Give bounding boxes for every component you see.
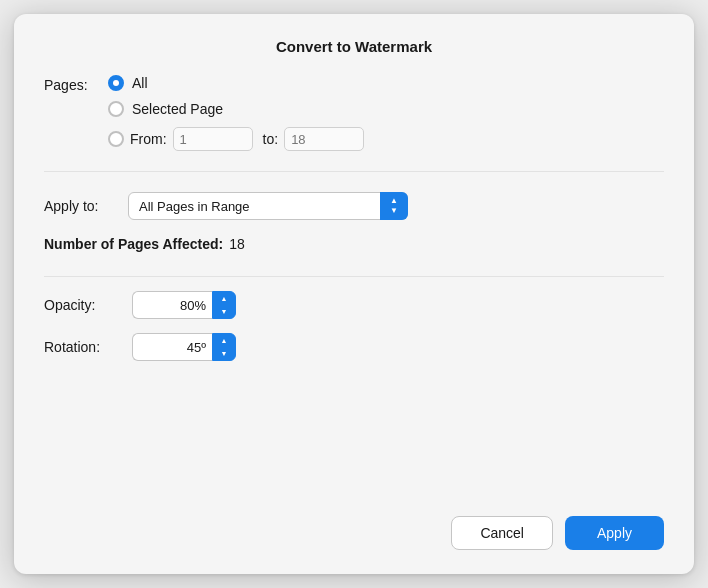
divider-2 — [44, 276, 664, 277]
divider-1 — [44, 171, 664, 172]
opacity-up-button[interactable]: ▲ — [213, 292, 235, 305]
rotation-label: Rotation: — [44, 339, 120, 355]
affected-value: 18 — [229, 236, 245, 252]
radio-selected-label: Selected Page — [132, 101, 223, 117]
pages-label: Pages: — [44, 75, 108, 151]
opacity-label: Opacity: — [44, 297, 120, 313]
convert-to-watermark-dialog: Convert to Watermark Pages: All Selected… — [14, 14, 694, 574]
apply-button[interactable]: Apply — [565, 516, 664, 550]
apply-to-select[interactable]: All Pages in Range Even Pages Only Odd P… — [128, 192, 408, 220]
radio-group: All Selected Page From: to: — [108, 75, 364, 151]
rotation-spinner-buttons[interactable]: ▲ ▼ — [212, 333, 236, 361]
radio-row-range: From: to: — [108, 127, 364, 151]
radio-all-label: All — [132, 75, 148, 91]
radio-row-all: All — [108, 75, 364, 91]
radio-selected[interactable] — [108, 101, 124, 117]
to-input[interactable] — [284, 127, 364, 151]
opacity-section: Opacity: ▲ ▼ — [44, 291, 664, 319]
from-label: From: — [130, 131, 167, 147]
radio-range[interactable] — [108, 131, 124, 147]
to-label: to: — [263, 131, 279, 147]
dialog-title: Convert to Watermark — [44, 38, 664, 55]
apply-to-label: Apply to: — [44, 198, 116, 214]
apply-to-select-wrapper: All Pages in Range Even Pages Only Odd P… — [128, 192, 408, 220]
opacity-spinner-buttons[interactable]: ▲ ▼ — [212, 291, 236, 319]
rotation-input[interactable] — [132, 333, 212, 361]
pages-section: Pages: All Selected Page From: to: — [44, 75, 664, 151]
opacity-input[interactable] — [132, 291, 212, 319]
radio-all[interactable] — [108, 75, 124, 91]
opacity-down-button[interactable]: ▼ — [213, 305, 235, 318]
apply-to-section: Apply to: All Pages in Range Even Pages … — [44, 192, 664, 220]
rotation-section: Rotation: ▲ ▼ — [44, 333, 664, 361]
affected-section: Number of Pages Affected: 18 — [44, 236, 664, 252]
rotation-down-button[interactable]: ▼ — [213, 347, 235, 360]
rotation-up-button[interactable]: ▲ — [213, 334, 235, 347]
rotation-spinner-wrapper: ▲ ▼ — [132, 333, 236, 361]
opacity-spinner-wrapper: ▲ ▼ — [132, 291, 236, 319]
from-input[interactable] — [173, 127, 253, 151]
affected-label: Number of Pages Affected: — [44, 236, 223, 252]
cancel-button[interactable]: Cancel — [451, 516, 553, 550]
footer: Cancel Apply — [44, 504, 664, 550]
radio-row-selected: Selected Page — [108, 101, 364, 117]
